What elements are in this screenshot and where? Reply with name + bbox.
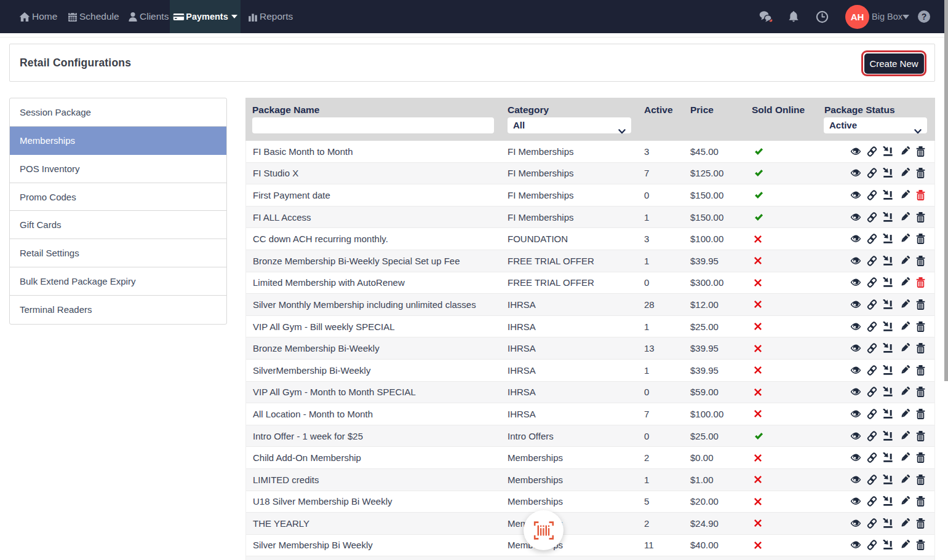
svg-text:?: ? <box>922 12 927 22</box>
